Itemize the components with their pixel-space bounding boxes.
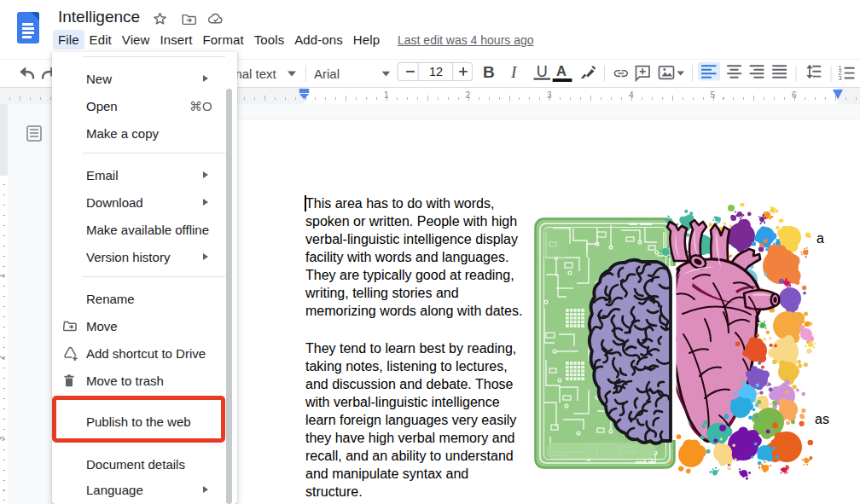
- svg-text:U: U: [537, 63, 548, 80]
- svg-text:I: I: [510, 63, 518, 81]
- svg-text:3: 3: [839, 74, 842, 82]
- svg-text:12: 12: [429, 65, 443, 78]
- svg-text:B: B: [483, 63, 495, 81]
- svg-text:A: A: [556, 63, 567, 78]
